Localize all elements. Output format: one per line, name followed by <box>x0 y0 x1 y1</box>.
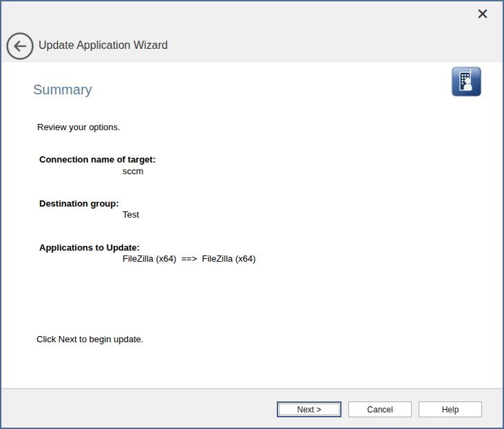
next-instruction-text: Click Next to begin update. <box>36 334 143 344</box>
wizard-header: ✕ Update Application Wizard <box>1 1 503 62</box>
help-button[interactable]: Help <box>419 401 482 417</box>
arrow-left-icon <box>6 32 34 61</box>
summary-label-connection: Connection name of target: <box>39 154 156 165</box>
summary-label-applications: Applications to Update: <box>39 242 140 253</box>
intro-text: Review your options. <box>37 122 120 132</box>
summary-value-destination-group: Test <box>123 209 139 220</box>
window-title: Update Application Wizard <box>39 39 168 52</box>
close-icon[interactable]: ✕ <box>474 6 492 23</box>
next-button[interactable]: Next > <box>277 401 342 417</box>
summary-label-destination-group: Destination group: <box>39 198 119 209</box>
summary-value-applications: FileZilla (x64) ==> FileZilla (x64) <box>123 253 255 264</box>
cancel-button[interactable]: Cancel <box>348 401 412 417</box>
summary-value-connection: sccm <box>123 166 143 176</box>
footer-bar: Next > Cancel Help <box>1 388 503 428</box>
back-button[interactable] <box>6 32 34 61</box>
page-title: Summary <box>33 82 92 98</box>
application-building-user-icon <box>451 66 482 97</box>
wizard-window: ✕ Update Application Wizard Summary <box>0 0 504 429</box>
content-area: Summary <box>1 62 503 388</box>
